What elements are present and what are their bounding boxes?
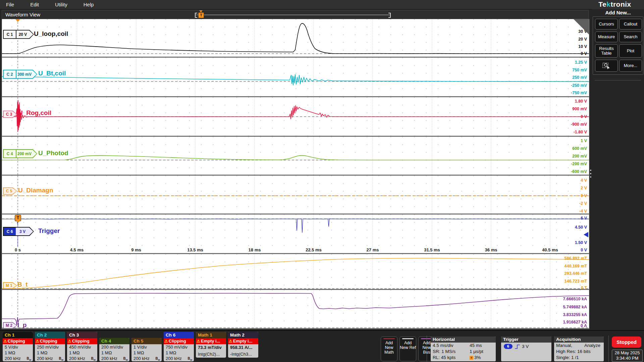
math1-label[interactable]: B_t — [17, 281, 28, 288]
lane-math1: M 1 B_t 586.892 mT 440.169 mT 293.446 mT… — [2, 254, 589, 290]
channel-badge-c4[interactable]: C 4 200 mV — [3, 149, 37, 158]
trigger-position-icon: T — [470, 356, 473, 360]
add-new-panel: Cursors Callout Measure Search Results T… — [593, 16, 643, 75]
time-tick: 27 ms — [367, 247, 379, 252]
ch1-axis-label: 10 V — [578, 44, 587, 49]
time-tick: 22.5 ms — [306, 247, 322, 252]
trigger-source-badge: 6 — [504, 344, 513, 349]
bottom-badge-ch5[interactable]: Ch 5 1 V/div 1 MΩ 200 kHzBw — [131, 338, 162, 361]
bottom-badge-math1[interactable]: Math 1 ⚠Empty i... 73.3 mT/div Intg(Ch2)… — [196, 332, 226, 358]
ch5-axis-label: 0 V — [581, 193, 587, 198]
c4-badge-scale: 200 mV — [16, 150, 37, 158]
search-button[interactable]: Search — [619, 32, 642, 42]
zoom-corner-icon[interactable] — [574, 19, 589, 35]
add-new-ref-button[interactable]: Add New Ref — [399, 337, 416, 361]
menu-utility[interactable]: Utility — [49, 2, 77, 7]
menu-file[interactable]: File — [0, 2, 24, 7]
math-color-stripe — [383, 338, 395, 339]
ch2-axis-label: -750 mV — [571, 90, 587, 95]
rising-edge-icon — [515, 344, 521, 350]
warning-icon: ⚠ — [3, 339, 7, 344]
bottom-badge-ch3[interactable]: Ch 3 ⚠Clipping 450 mV/div 1 MΩ 200 kHzBw — [67, 332, 97, 361]
time-axis: 0 s 4.5 ms 9 ms 13.5 ms 18 ms 22.5 ms 27… — [2, 247, 589, 254]
channel-badge-c2[interactable]: C 2 300 mV — [3, 70, 37, 79]
warning-icon: ⚠ — [229, 339, 232, 344]
trigger-position-indicator-icon[interactable]: T — [198, 12, 204, 18]
ch3-badge-title: Ch 3 — [67, 332, 97, 338]
ch6-axis-label: 4.50 V — [575, 225, 587, 230]
bottom-badge-ch4[interactable]: Ch 4 200 mV/div 1 MΩ 200 kHzBw — [99, 338, 129, 361]
panel-drag-handle[interactable] — [590, 168, 592, 180]
record-view-right-bracket — [388, 13, 391, 18]
bottom-badge-ch2[interactable]: Ch 2 ⚠Clipping 250 mV/div 1 MΩ 200 kHzBw — [35, 332, 65, 361]
bottom-badge-ch1[interactable]: Ch 1 ⚠Clipping 5 V/div 1 MΩ 200 kHzBw — [3, 332, 33, 361]
add-new-math-button[interactable]: Add New Math — [381, 337, 397, 361]
ch1-trace — [2, 23, 589, 54]
trigger-level-arrow-icon[interactable] — [584, 232, 588, 237]
callout-button[interactable]: Callout — [619, 19, 642, 29]
horizontal-title: Horizontal — [431, 337, 496, 343]
ch3-axis-label: 0 V — [581, 114, 587, 119]
ch6-label[interactable]: Trigger — [38, 227, 60, 235]
c5-badge-id: C 5 — [4, 188, 16, 194]
channel-badge-c6[interactable]: C 6 3 V — [3, 227, 34, 236]
run-stop-status-button[interactable]: Stopped — [612, 337, 641, 348]
cursors-button[interactable]: Cursors — [595, 19, 618, 29]
c2-badge-scale: 300 mV — [16, 70, 37, 78]
results-table-button[interactable]: Results Table — [595, 44, 618, 58]
trigger-source-marker-icon[interactable]: T — [15, 215, 21, 221]
time-tick: 4.5 ms — [70, 247, 84, 252]
bottom-badge-math2[interactable]: Math 2 ⚠Empty i... 958.31 A/... -Intg(Ch… — [228, 332, 258, 358]
ch3-label[interactable]: U_Rog,coil — [18, 109, 51, 117]
c2-badge-id: C 2 — [4, 70, 16, 78]
ch5-axis-label: -2 V — [579, 201, 587, 206]
math1-trace-plot — [2, 254, 589, 289]
bottom-badge-ch6[interactable]: Ch 6 ⚠Clipping 750 mV/div 1 MΩ 200 kHzBw — [164, 332, 194, 361]
ch6-trace-plot — [2, 215, 589, 247]
ch1-axis-label: 20 V — [578, 37, 587, 42]
ch1-trace-plot — [2, 19, 589, 57]
ch5-axis-label: -4 V — [579, 209, 587, 214]
waveform-view-title: Waveform View — [5, 12, 40, 17]
bandwidth-limit-icon: Bw — [59, 356, 63, 361]
menu-help[interactable]: Help — [77, 2, 104, 7]
ch2-trace-plot — [2, 58, 589, 96]
menu-edit[interactable]: Edit — [24, 2, 49, 7]
record-view-left-bracket — [195, 13, 197, 18]
time-tick: 9 ms — [131, 247, 141, 252]
horizontal-panel[interactable]: Horizontal 4.5 ms/div45 ms SR: 1 MS/s1 µ… — [431, 337, 496, 361]
ch4-badge-title: Ch 4 — [99, 338, 129, 344]
ch1-label[interactable]: U_loop,coil — [34, 30, 68, 38]
ch3-axis-label: -1.80 V — [574, 130, 587, 134]
more-button[interactable]: More... — [619, 60, 642, 72]
ch3-trace — [2, 100, 589, 132]
acquisition-panel[interactable]: Acquisition Manual,Analyze High Res: 16 … — [554, 337, 604, 361]
datetime-display: 28 May 2025 3:34:40 PM — [612, 350, 643, 362]
ch6-trace — [2, 219, 589, 233]
trigger-panel[interactable]: Trigger 6 3 V — [501, 337, 551, 361]
ch5-axis-label: 2 V — [581, 186, 587, 190]
measure-button[interactable]: Measure — [595, 32, 618, 42]
ch2-axis-label: -250 mV — [571, 83, 587, 88]
bandwidth-limit-icon: Bw — [188, 356, 192, 361]
ch4-label[interactable]: U_Photod — [38, 149, 68, 157]
ch6-axis-label: 1.50 V — [575, 240, 587, 245]
bandwidth-limit-icon: Bw — [27, 356, 31, 361]
time-tick: 36 ms — [485, 247, 497, 252]
math2-label[interactable]: I_p — [17, 321, 26, 329]
trigger-time-marker-icon[interactable] — [15, 19, 20, 22]
ch2-label[interactable]: U_Bt,coil — [38, 70, 66, 77]
plot-button[interactable]: Plot — [619, 44, 642, 58]
time-tick: 18 ms — [249, 247, 261, 252]
date-text: 28 May 2025 — [612, 350, 642, 356]
ch6-axis-label: 6 V — [581, 216, 587, 221]
ch6-badge-title: Ch 6 — [164, 332, 194, 338]
m2-badge-id: M 2 — [4, 323, 16, 328]
bottom-bar: Ch 1 ⚠Clipping 5 V/div 1 MΩ 200 kHzBw Ch… — [0, 330, 644, 362]
time-tick: 13.5 ms — [187, 247, 203, 252]
ch5-label[interactable]: U_Diamagn — [18, 187, 53, 194]
channel-badge-c1[interactable]: C 1 20 V — [3, 30, 34, 39]
lane-ch5: C 5 U_Diamagn 4 V 2 V 0 V -2 V -4 V — [2, 176, 589, 215]
math1-trace — [2, 258, 589, 289]
zoom-select-button[interactable] — [595, 60, 618, 72]
